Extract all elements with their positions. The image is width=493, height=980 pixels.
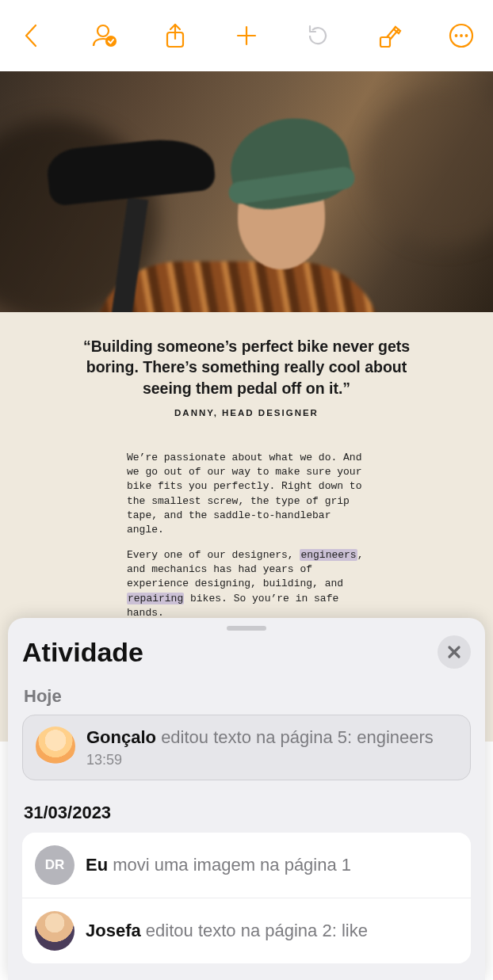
- more-button[interactable]: [444, 18, 479, 53]
- group-label-today: Hoje: [24, 686, 469, 707]
- sheet-grabber[interactable]: [227, 626, 266, 631]
- hero-image: [0, 71, 493, 312]
- activity-title: Atividade: [22, 637, 143, 668]
- activity-entry[interactable]: DR Eu movi uma imagem na página 1: [22, 833, 471, 898]
- activity-time: 13:59: [86, 752, 457, 768]
- share-button[interactable]: [158, 18, 193, 53]
- avatar: DR: [35, 845, 75, 885]
- collaboration-button[interactable]: [86, 18, 120, 53]
- activity-entry-text: Josefa editou texto na página 2: like: [86, 920, 458, 942]
- pull-quote[interactable]: “Building someone’s perfect bike never g…: [0, 312, 493, 408]
- activity-author: Josefa: [86, 921, 141, 940]
- activity-entry-text: Gonçalo editou texto na página 5: engine…: [86, 726, 457, 749]
- svg-point-11: [460, 34, 463, 37]
- avatar: [35, 911, 75, 951]
- svg-rect-6: [380, 37, 390, 47]
- tracked-change-repairing[interactable]: repairing: [127, 593, 184, 604]
- undo-button[interactable]: [300, 18, 335, 53]
- group-label-date: 31/03/2023: [24, 803, 469, 823]
- activity-entry[interactable]: Josefa editou texto na página 2: like: [22, 898, 471, 963]
- activity-entry-selected[interactable]: Gonçalo editou texto na página 5: engine…: [22, 715, 471, 780]
- activity-author: Gonçalo: [86, 727, 156, 747]
- tracked-change-engineers[interactable]: engineers: [300, 549, 357, 561]
- format-button[interactable]: [373, 18, 407, 53]
- close-button[interactable]: [438, 635, 471, 669]
- svg-point-0: [97, 25, 109, 36]
- toolbar: [0, 0, 493, 71]
- activity-entry-text: Eu movi uma imagem na página 1: [86, 854, 458, 876]
- svg-point-10: [455, 34, 458, 37]
- svg-point-12: [465, 34, 468, 37]
- activity-action: movi uma imagem na página 1: [108, 855, 351, 875]
- avatar: [36, 726, 75, 766]
- svg-point-1: [106, 36, 116, 46]
- paragraph-2[interactable]: Every one of our designers, engineers, a…: [127, 548, 366, 620]
- activity-author: Eu: [86, 855, 108, 875]
- text-run: Every one of our designers,: [127, 549, 300, 561]
- activity-list: DR Eu movi uma imagem na página 1 Josefa…: [22, 833, 471, 963]
- insert-button[interactable]: [229, 18, 264, 53]
- activity-sheet: Atividade Hoje Gonçalo editou texto na p…: [8, 618, 485, 980]
- quote-attribution[interactable]: DANNY, HEAD DESIGNER: [0, 408, 493, 446]
- activity-action: editou texto na página 2: like: [141, 921, 368, 940]
- activity-action: editou texto na página 5: engineers: [156, 727, 434, 747]
- paragraph-1[interactable]: We’re passionate about what we do. And w…: [127, 451, 366, 537]
- back-button[interactable]: [14, 18, 49, 53]
